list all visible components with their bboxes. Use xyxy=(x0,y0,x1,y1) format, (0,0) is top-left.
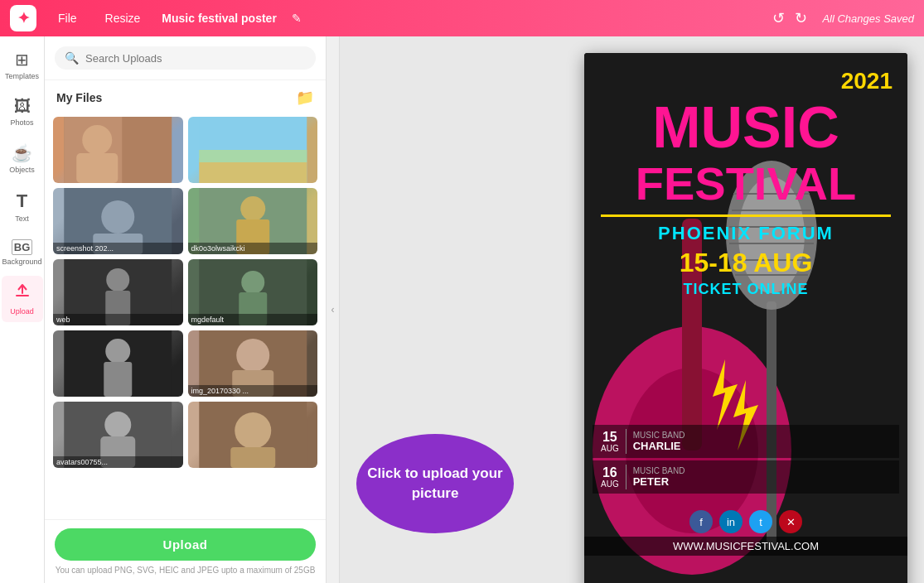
sidebar-item-objects-label: Objects xyxy=(9,166,35,174)
band-month: AUG xyxy=(601,444,619,453)
svg-point-28 xyxy=(104,412,131,438)
image-label: screenshot 202... xyxy=(53,243,183,254)
topbar: ✦ File Resize Music festival poster ✎ ↺ … xyxy=(0,0,924,36)
band-divider xyxy=(626,429,626,454)
sidebar-item-text-label: Text xyxy=(15,214,29,223)
band-day: 15 xyxy=(601,431,619,444)
list-item[interactable]: web xyxy=(53,259,183,325)
poster-bands: 15 AUG MUSIC BAND CHARLIE 16 xyxy=(593,425,899,496)
list-item[interactable] xyxy=(53,117,183,183)
sidebar: ⊞ Templates 🖼 Photos ☕ Objects T Text BG… xyxy=(0,36,45,583)
canvas-area[interactable]: Click to upload your picture xyxy=(340,36,924,583)
band-name: CHARLIE xyxy=(633,440,685,452)
image-label: avatars00755... xyxy=(53,456,183,468)
sidebar-item-photos-label: Photos xyxy=(10,118,33,127)
poster-ticket: TICKET ONLINE xyxy=(593,281,899,298)
svg-point-25 xyxy=(236,339,269,372)
search-area: 🔍 xyxy=(45,36,326,80)
search-icon: 🔍 xyxy=(65,51,79,65)
linkedin-icon: in xyxy=(719,510,743,533)
poster-divider-line xyxy=(601,214,891,217)
chevron-left-icon: ‹ xyxy=(331,304,335,316)
svg-point-13 xyxy=(240,196,265,221)
poster-title-music: MUSIC xyxy=(593,99,899,157)
sidebar-item-background[interactable]: BG Background xyxy=(2,233,43,272)
poster-dates: 15-18 AUG xyxy=(593,248,899,278)
svg-rect-5 xyxy=(76,153,118,183)
list-item[interactable]: img_20170330 ... xyxy=(188,330,318,397)
band-day: 16 xyxy=(601,466,619,479)
text-icon: T xyxy=(17,190,27,212)
my-files-title: My Files xyxy=(56,91,102,104)
poster-content: 2021 MUSIC FESTIVAL PHOENIX FORUM 15-18 … xyxy=(584,53,907,583)
sidebar-item-photos[interactable]: 🖼 Photos xyxy=(2,90,43,133)
grid-row xyxy=(53,117,317,183)
image-thumbnail xyxy=(53,117,183,183)
undo-button[interactable]: ↺ xyxy=(772,9,785,27)
sidebar-item-background-label: Background xyxy=(2,258,41,266)
edit-title-icon[interactable]: ✎ xyxy=(292,12,302,25)
svg-rect-0 xyxy=(16,295,29,296)
band-label: MUSIC BAND xyxy=(633,431,685,440)
objects-icon: ☕ xyxy=(12,143,32,163)
svg-rect-8 xyxy=(199,150,307,162)
band-info: MUSIC BAND CHARLIE xyxy=(633,431,685,452)
upload-icon xyxy=(13,282,31,305)
sidebar-item-text[interactable]: T Text xyxy=(2,184,43,229)
poster-background: 2021 MUSIC FESTIVAL PHOENIX FORUM 15-18 … xyxy=(584,53,907,583)
upload-tooltip-bubble[interactable]: Click to upload your picture xyxy=(356,434,514,533)
panel-collapse-handle[interactable]: ‹ xyxy=(327,36,340,583)
poster-preview: 2021 MUSIC FESTIVAL PHOENIX FORUM 15-18 … xyxy=(584,53,907,583)
image-label: dk0o3olwsaikcki xyxy=(188,243,318,254)
band-divider xyxy=(626,465,626,489)
templates-icon: ⊞ xyxy=(15,50,29,70)
folder-icon[interactable]: 📁 xyxy=(296,89,314,107)
photos-icon: 🖼 xyxy=(14,97,31,116)
image-label: img_20170330 ... xyxy=(188,385,318,397)
undo-redo-group: ↺ ↻ xyxy=(772,9,807,27)
twitter-icon: t xyxy=(749,510,772,533)
poster-year: 2021 xyxy=(841,68,893,94)
list-item[interactable] xyxy=(188,402,318,468)
image-grid: screenshot 202... dk0o3olwsaikcki xyxy=(45,112,326,519)
poster-venue: PHOENIX FORUM xyxy=(593,223,899,244)
list-item[interactable]: mgdefault xyxy=(188,259,318,325)
list-item[interactable]: avatars00755... xyxy=(53,402,183,468)
upload-area: Upload You can upload PNG, SVG, HEIC and… xyxy=(45,519,326,583)
search-input[interactable] xyxy=(85,52,306,65)
pinterest-icon: ✕ xyxy=(779,510,802,533)
list-item[interactable]: dk0o3olwsaikcki xyxy=(188,188,318,254)
image-label: mgdefault xyxy=(188,314,318,325)
resize-menu[interactable]: Resize xyxy=(99,8,148,28)
band-name: PETER xyxy=(633,475,685,488)
band-row: 15 AUG MUSIC BAND CHARLIE xyxy=(593,425,899,458)
list-item[interactable] xyxy=(53,330,183,397)
main-area: ⊞ Templates 🖼 Photos ☕ Objects T Text BG… xyxy=(0,36,924,583)
grid-row: img_20170330 ... xyxy=(53,330,317,397)
sidebar-item-templates[interactable]: ⊞ Templates xyxy=(2,43,43,87)
image-thumbnail xyxy=(53,330,183,397)
svg-point-10 xyxy=(101,200,134,234)
poster-title-festival: FESTIVAL xyxy=(593,161,899,207)
upload-hint: You can upload PNG, SVG, HEIC and JPEG u… xyxy=(55,565,316,576)
upload-button[interactable]: Upload xyxy=(55,528,316,561)
svg-point-19 xyxy=(241,271,264,294)
band-date: 15 AUG xyxy=(601,431,619,453)
sidebar-item-upload[interactable]: Upload xyxy=(2,276,43,322)
grid-row: screenshot 202... dk0o3olwsaikcki xyxy=(53,188,317,254)
image-thumbnail xyxy=(188,117,318,183)
poster-social-icons: f in t ✕ xyxy=(593,510,899,533)
file-menu[interactable]: File xyxy=(51,8,84,28)
band-info: MUSIC BAND PETER xyxy=(633,466,685,488)
list-item[interactable]: screenshot 202... xyxy=(53,188,183,254)
svg-point-16 xyxy=(106,268,129,292)
svg-point-22 xyxy=(105,339,130,364)
list-item[interactable] xyxy=(188,117,318,183)
image-label: web xyxy=(53,314,183,325)
band-row: 16 AUG MUSIC BAND PETER xyxy=(593,460,899,494)
band-label: MUSIC BAND xyxy=(633,466,685,475)
redo-button[interactable]: ↻ xyxy=(795,9,807,27)
image-thumbnail xyxy=(188,402,318,468)
document-title[interactable]: Music festival poster xyxy=(162,12,277,25)
sidebar-item-objects[interactable]: ☕ Objects xyxy=(2,137,43,181)
